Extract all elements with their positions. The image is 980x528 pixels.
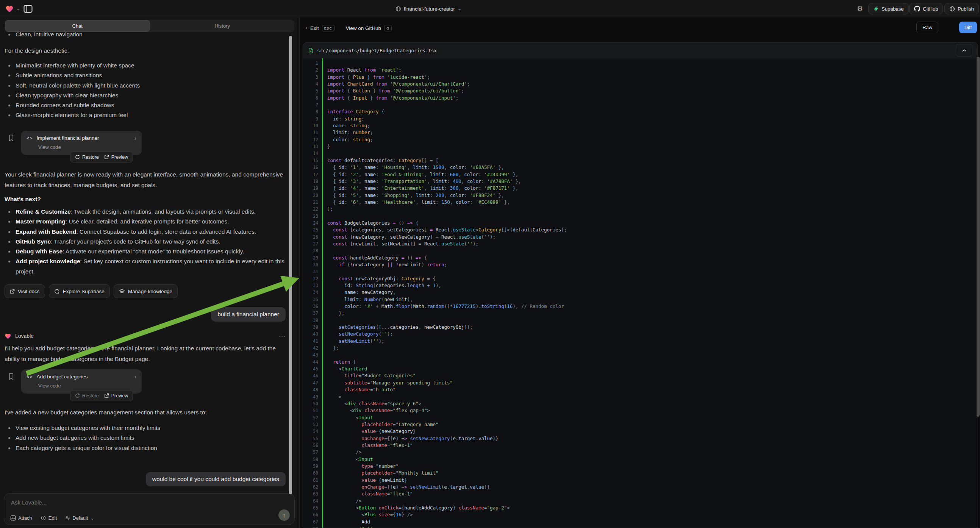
code-line: 32⌄ const newCategoryObj: Category = { <box>303 275 978 282</box>
restore-button[interactable]: Restore <box>75 393 99 398</box>
user-message-bubble: would be cool if you could add budget ca… <box>146 472 286 486</box>
list-item: Each category gets a unique color for vi… <box>0 443 292 453</box>
code-line: 35 limit: Number(newLimit), <box>303 296 978 303</box>
esc-keycap: ESC <box>322 25 334 32</box>
attach-button[interactable]: Attach <box>10 515 32 521</box>
settings-button[interactable]: ⚙ <box>853 3 866 14</box>
code-line: 25 const [categories, setCategories] = R… <box>303 226 978 233</box>
code-line: 17 { id: '2', name: 'Food & Dining', lim… <box>303 171 978 178</box>
preview-button[interactable]: Preview <box>104 393 128 398</box>
code-line: 50 <div className="space-y-6"> <box>303 400 978 407</box>
supabase-icon <box>873 6 879 12</box>
list-item: Master Prompting: Use clear, detailed, a… <box>0 217 292 226</box>
message-menu-button[interactable]: ··· <box>279 332 286 339</box>
code-line: 47 subtitle="Manage your spending limits… <box>303 380 978 386</box>
code-line: 34 name: newCategory, <box>303 289 978 296</box>
diff-toggle-button[interactable]: Diff <box>959 22 977 33</box>
restore-button[interactable]: Restore <box>75 154 99 160</box>
design-aesthetic-heading: For the design aesthetic: <box>5 45 286 56</box>
version-card-title: Add budget categories <box>37 374 88 380</box>
sidebar-toggle-icon <box>24 5 33 13</box>
model-selector[interactable]: Default ⌄ <box>65 515 94 521</box>
explore-supabase-button[interactable]: Explore Supabase <box>49 285 110 298</box>
code-line: 53 placeholder="Category name" <box>303 421 978 428</box>
whats-next-heading: What's next? <box>5 194 286 205</box>
send-button[interactable]: ↑ <box>278 509 290 521</box>
visit-docs-button[interactable]: Visit docs <box>5 285 45 298</box>
code-line: 66 <Plus size={16} /> <box>303 511 978 518</box>
ask-lovable-input[interactable] <box>10 499 290 506</box>
lovable-heart-logo <box>5 333 11 339</box>
restore-icon <box>75 393 80 398</box>
project-title: financial-future-creator <box>404 6 455 12</box>
code-line: 64 /> <box>303 498 978 504</box>
code-line: 33 id: String(categories.length + 1), <box>303 282 978 289</box>
publish-button[interactable]: Publish <box>944 3 979 14</box>
code-line: 20 { id: '5', name: 'Shopping', limit: 2… <box>303 192 978 199</box>
code-line: 61 value={newLimit} <box>303 477 978 484</box>
code-line: 63 className="flex-1" <box>303 490 978 497</box>
code-line: 45 <ChartCard <box>303 366 978 372</box>
file-path: src/components/budget/BudgetCategories.t… <box>317 48 437 53</box>
assistant-header: Lovable ··· <box>5 332 286 339</box>
code-line: 8⌄interface Category { <box>303 108 978 115</box>
code-editor[interactable]: 12import React from 'react';3import { Pl… <box>303 58 978 528</box>
view-on-github-link[interactable]: View on GitHub G <box>346 25 392 32</box>
list-item: GitHub Sync: Transfer your project's cod… <box>0 237 292 247</box>
supabase-button[interactable]: Supabase <box>868 3 909 14</box>
whats-next-bullet-list: Refine & Customize: Tweak the design, an… <box>0 207 292 277</box>
code-line: 27 const [newLimit, setNewLimit] = React… <box>303 240 978 247</box>
code-icon: <> <box>27 374 33 380</box>
manage-knowledge-button[interactable]: Manage knowledge <box>114 285 178 298</box>
view-code-link[interactable]: View code <box>38 383 136 389</box>
arrow-up-icon: ↑ <box>283 512 286 518</box>
code-line: 21 { id: '6', name: 'Healthcare', limit:… <box>303 199 978 206</box>
exit-button[interactable]: ‹ Exit ESC <box>306 25 334 32</box>
restore-preview-toolbar: Restore Preview <box>70 390 133 401</box>
code-line: 14 <box>303 150 978 157</box>
code-line: 7 <box>303 102 978 108</box>
code-line: 19 { id: '4', name: 'Entertainment', lim… <box>303 185 978 192</box>
code-line: 13} <box>303 143 978 150</box>
code-scrollbar[interactable] <box>977 57 980 417</box>
raw-toggle-button[interactable]: Raw <box>916 22 938 33</box>
restore-preview-toolbar: Restore Preview <box>70 151 133 162</box>
preview-button[interactable]: Preview <box>104 154 128 160</box>
version-card-title: Implement financial planner <box>37 135 99 141</box>
file-header[interactable]: src/components/budget/BudgetCategories.t… <box>303 43 978 58</box>
code-line: 52 <Input <box>303 414 978 421</box>
lovable-menu[interactable]: ⌄ <box>5 0 20 17</box>
external-link-icon <box>104 154 109 159</box>
input-controls: Attach Edit Default ⌄ <box>10 515 94 521</box>
code-line: 3import { Plus } from 'lucide-react'; <box>303 74 978 81</box>
edit-mode-button[interactable]: Edit <box>41 515 57 521</box>
code-line: 11 limit: number; <box>303 129 978 136</box>
sidebar-toggle-button[interactable] <box>24 0 33 17</box>
collapse-file-button[interactable] <box>956 44 972 57</box>
code-icon: <> <box>27 135 33 141</box>
github-button[interactable]: GitHub <box>909 3 943 14</box>
code-line: 16 { id: '1', name: 'Housing', limit: 15… <box>303 164 978 171</box>
list-item: Glass-morphic elements for a premium fee… <box>0 110 292 120</box>
assistant-message: Your sleek financial planner is now read… <box>5 169 286 191</box>
version-card-wrap: <> Add budget categories › View code Res… <box>0 369 299 406</box>
bookmark-icon[interactable] <box>8 373 14 380</box>
bookmark-icon[interactable] <box>8 134 14 142</box>
github-icon <box>914 6 920 12</box>
code-line: 29⌄ const handleAddCategory = () => { <box>303 254 978 261</box>
top-bar: ⌄ financial-future-creator ⌄ ⚙ Supabase <box>0 0 980 18</box>
chat-scrollbar[interactable] <box>289 36 292 494</box>
sliders-icon <box>65 516 70 520</box>
code-line: 38 <box>303 317 978 324</box>
code-line: 22]; <box>303 206 978 213</box>
code-panel: ‹ Exit ESC View on GitHub G Raw Diff src… <box>299 17 980 528</box>
project-switcher[interactable]: financial-future-creator ⌄ <box>396 0 461 17</box>
code-line: 51 <div className="flex gap-4"> <box>303 407 978 414</box>
view-code-link[interactable]: View code <box>38 144 136 150</box>
version-card-wrap: <> Implement financial planner › View co… <box>0 131 299 167</box>
code-line: 18 { id: '3', name: 'Transportation', li… <box>303 178 978 185</box>
image-icon <box>10 515 16 521</box>
restore-icon <box>75 154 80 159</box>
list-item: Minimalist interface with plenty of whit… <box>0 60 292 70</box>
assistant-message: I'll help you add budget categories to t… <box>5 343 286 364</box>
